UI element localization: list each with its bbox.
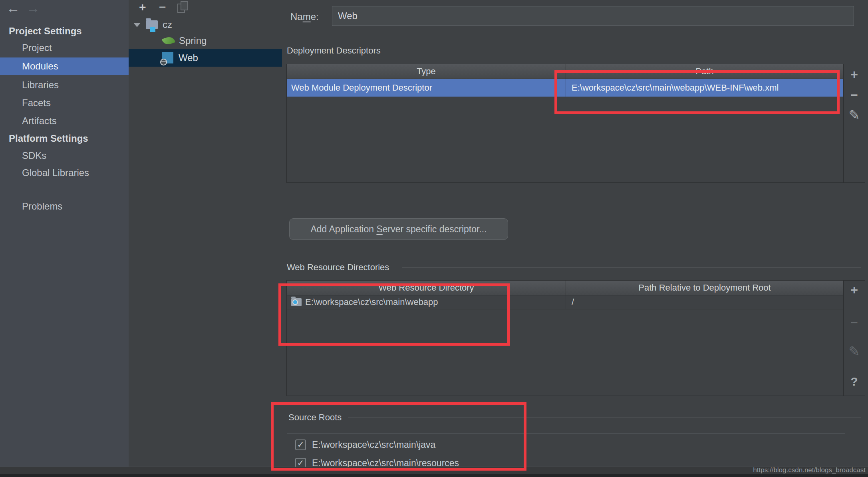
sidebar-item-problems[interactable]: Problems [0,201,129,212]
module-folder-icon [146,20,158,29]
section-rule [348,418,861,418]
source-roots-title: Source Roots [288,412,342,423]
settings-sidebar: ← → Project Settings Project Modules Lib… [0,0,129,467]
web-resource-directories-title: Web Resource Directories [287,262,389,273]
column-header-relative-path[interactable]: Path Relative to Deployment Root [566,281,843,295]
edit-resource-icon[interactable]: ✎ [844,344,865,358]
tree-node-web[interactable]: Web [129,49,282,67]
column-header-type[interactable]: Type [287,64,566,79]
source-root-path: E:\workspace\cz\src\main\java [312,439,435,450]
table-header-row: Web Resource Directory Path Relative to … [287,281,843,295]
collapse-arrow-icon[interactable] [133,23,141,27]
edit-descriptor-icon[interactable]: ✎ [844,108,865,122]
sidebar-item-sdks[interactable]: SDKs [0,150,129,161]
remove-descriptor-icon[interactable]: − [844,88,865,102]
column-header-path[interactable]: Path [566,64,843,79]
table-header-row: Type Path [287,64,843,79]
section-rule [383,51,861,51]
deployment-descriptors-table: Type Path Web Module Deployment Descript… [286,64,865,183]
spring-leaf-icon [162,36,175,46]
descriptor-type-cell[interactable]: Web Module Deployment Descriptor [287,79,566,97]
bottom-band [0,467,868,474]
tree-node-spring[interactable]: Spring [129,33,282,49]
sidebar-item-facets[interactable]: Facets [0,97,129,109]
web-facet-icon [162,52,173,63]
sidebar-item-global-libraries[interactable]: Global Libraries [0,167,129,178]
watermark-text: https://blog.csdn.net/blogs_broadcast [753,467,866,474]
web-resource-directories-table: Web Resource Directory Path Relative to … [286,280,865,396]
resource-toolbar: + − ✎ ? [844,281,865,396]
name-label: Name: [290,11,319,23]
add-descriptor-icon[interactable]: + [844,67,865,81]
project-structure-window: ← → Project Settings Project Modules Lib… [0,0,868,477]
remove-resource-icon[interactable]: − [844,316,865,329]
deployment-descriptors-title: Deployment Descriptors [287,45,381,56]
add-module-icon[interactable]: + [139,1,146,14]
sidebar-item-libraries[interactable]: Libraries [0,79,129,91]
web-resource-folder-icon [291,298,302,306]
checkbox-checked-icon[interactable]: ✓ [295,439,306,450]
remove-module-icon[interactable]: − [159,1,166,14]
tree-node-label: Web [179,52,198,63]
relative-path-cell[interactable]: / [566,297,843,307]
add-app-server-descriptor-button[interactable]: Add Application Server specific descript… [289,218,508,240]
descriptor-toolbar: + − ✎ [844,64,865,182]
help-icon[interactable]: ? [844,375,865,388]
project-settings-header: Project Settings [9,26,82,37]
resource-directory-cell[interactable]: E:\workspace\cz\src\main\webapp [287,295,566,309]
web-facet-settings: Name: Deployment Descriptors Type Path W… [282,0,868,467]
tree-node-cz[interactable]: cz [129,17,282,33]
module-name-input[interactable] [332,6,854,26]
bottom-strip [0,474,868,477]
descriptor-path-cell[interactable]: E:\workspace\cz\src\main\webapp\WEB-INF\… [566,83,843,93]
table-row[interactable]: E:\workspace\cz\src\main\webapp / [287,295,843,309]
sidebar-item-project[interactable]: Project [0,42,129,53]
back-icon[interactable]: ← [6,0,20,16]
sidebar-divider [7,189,121,189]
source-root-row: ✓ E:\workspace\cz\src\main\java [295,439,435,451]
table-row[interactable]: Web Module Deployment Descriptor E:\work… [287,79,843,97]
platform-settings-header: Platform Settings [9,133,88,144]
modules-tree-panel: + − cz Spring Web [129,0,282,467]
section-rule [402,267,861,268]
forward-icon[interactable]: → [26,0,40,16]
tree-node-label: cz [163,19,172,30]
add-resource-icon[interactable]: + [844,283,865,297]
sidebar-item-artifacts[interactable]: Artifacts [0,115,129,127]
tree-node-label: Spring [179,35,207,46]
sidebar-item-modules[interactable]: Modules [0,57,129,75]
column-header-directory[interactable]: Web Resource Directory [287,281,566,295]
